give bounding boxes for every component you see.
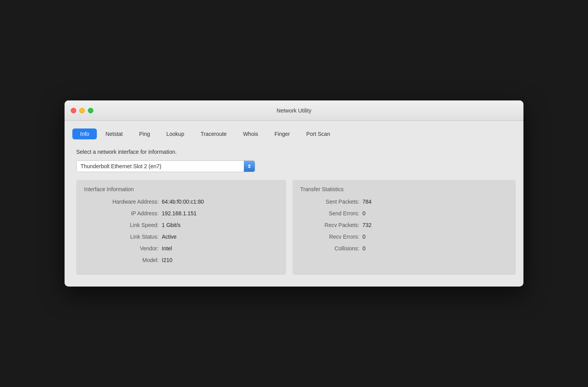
info-value: I210 — [162, 257, 172, 263]
content-area: InfoNetstatPingLookupTracerouteWhoisFing… — [65, 121, 523, 287]
interface-info-title: Interface Information — [84, 186, 278, 192]
stat-row: Collisions: 0 — [300, 245, 508, 252]
interface-dropdown-container: Thunderbolt Ethernet Slot 2 (en7) — [76, 160, 516, 172]
interface-dropdown[interactable]: Thunderbolt Ethernet Slot 2 (en7) — [76, 160, 255, 172]
info-label: Hardware Address: — [84, 199, 162, 205]
window-title: Network Utility — [276, 107, 311, 114]
stat-value: 0 — [362, 234, 366, 240]
tab-bar: InfoNetstatPingLookupTracerouteWhoisFing… — [72, 127, 516, 141]
stat-label: Recv Errors: — [300, 234, 362, 240]
info-value: 64:4b:f0:00:c1:80 — [162, 199, 204, 205]
info-label: Model: — [84, 257, 162, 263]
interface-info-rows: Hardware Address: 64:4b:f0:00:c1:80 IP A… — [84, 199, 278, 263]
tab-lookup[interactable]: Lookup — [159, 128, 192, 139]
stat-row: Recv Packets: 732 — [300, 222, 508, 228]
interface-info-row: Model: I210 — [84, 257, 278, 263]
tab-ping[interactable]: Ping — [131, 128, 158, 139]
info-panels: Interface Information Hardware Address: … — [76, 180, 516, 275]
info-label: Link Status: — [84, 234, 162, 240]
stat-label: Sent Packets: — [300, 199, 362, 205]
stat-label: Send Errors: — [300, 210, 362, 216]
tab-info[interactable]: Info — [72, 128, 97, 139]
subtitle-text: Select a network interface for informati… — [76, 149, 516, 155]
stat-value: 0 — [362, 245, 366, 252]
transfer-stats-title: Transfer Statistics — [300, 186, 508, 192]
stat-value: 784 — [362, 199, 371, 205]
tab-traceroute[interactable]: Traceroute — [193, 128, 234, 139]
interface-info-row: Hardware Address: 64:4b:f0:00:c1:80 — [84, 199, 278, 205]
info-label: IP Address: — [84, 210, 162, 216]
stat-row: Sent Packets: 784 — [300, 199, 508, 205]
tab-finger[interactable]: Finger — [267, 128, 298, 139]
titlebar: Network Utility — [65, 100, 523, 121]
info-value: Active — [162, 234, 177, 240]
transfer-stats-panel: Transfer Statistics Sent Packets: 784 Se… — [292, 180, 516, 275]
stat-row: Send Errors: 0 — [300, 210, 508, 216]
stat-row: Recv Errors: 0 — [300, 234, 508, 240]
interface-info-panel: Interface Information Hardware Address: … — [76, 180, 286, 275]
info-value: 1 Gbit/s — [162, 222, 180, 228]
interface-info-row: Vendor: Intel — [84, 245, 278, 252]
info-label: Vendor: — [84, 245, 162, 252]
tab-whois[interactable]: Whois — [235, 128, 266, 139]
main-window: Network Utility InfoNetstatPingLookupTra… — [65, 100, 523, 287]
interface-info-row: IP Address: 192.168.1.151 — [84, 210, 278, 216]
tab-portscan[interactable]: Port Scan — [298, 128, 338, 139]
minimize-button[interactable] — [79, 108, 85, 113]
traffic-lights — [71, 108, 93, 113]
dropdown-selected-label: Thunderbolt Ethernet Slot 2 (en7) — [77, 163, 244, 169]
interface-info-row: Link Status: Active — [84, 234, 278, 240]
close-button[interactable] — [71, 108, 76, 113]
stat-label: Collisions: — [300, 245, 362, 252]
info-label: Link Speed: — [84, 222, 162, 228]
stat-value: 0 — [362, 210, 366, 216]
info-value: Intel — [162, 245, 172, 252]
maximize-button[interactable] — [88, 108, 93, 113]
stat-label: Recv Packets: — [300, 222, 362, 228]
transfer-stats-rows: Sent Packets: 784 Send Errors: 0 Recv Pa… — [300, 199, 508, 252]
tab-netstat[interactable]: Netstat — [98, 128, 130, 139]
dropdown-arrow-icon — [244, 160, 255, 172]
interface-info-row: Link Speed: 1 Gbit/s — [84, 222, 278, 228]
stat-value: 732 — [362, 222, 371, 228]
info-value: 192.168.1.151 — [162, 210, 197, 216]
